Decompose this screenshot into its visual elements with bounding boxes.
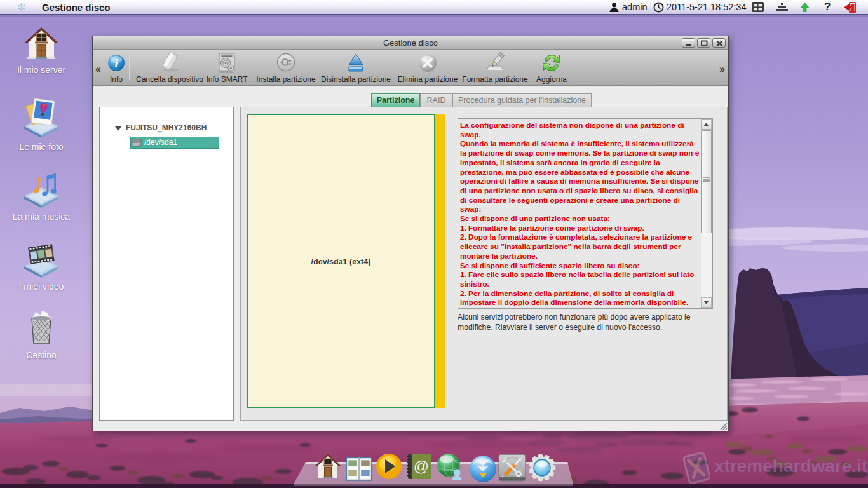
svg-text:@: @ xyxy=(414,458,429,475)
svg-text:i: i xyxy=(114,57,118,70)
